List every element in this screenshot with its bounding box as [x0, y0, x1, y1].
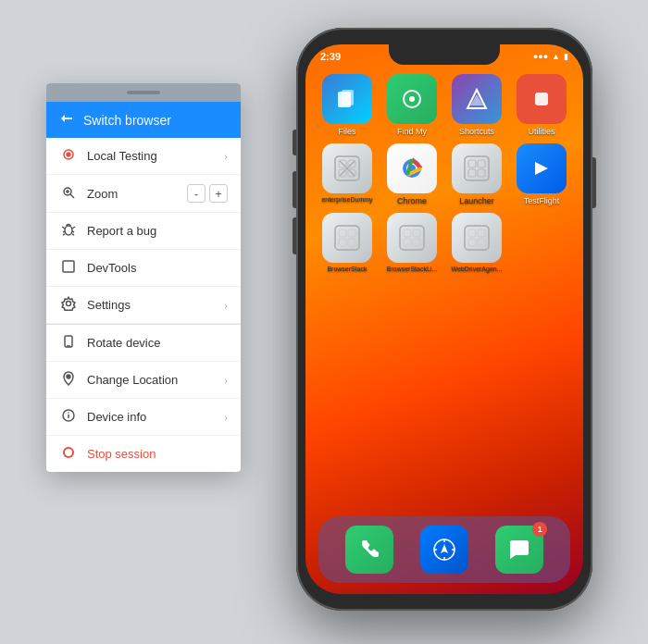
svg-rect-28	[404, 229, 411, 237]
device-info-item[interactable]: Device info ›	[46, 399, 241, 436]
svg-rect-26	[348, 239, 355, 246]
app-label-browserstack2: BrowserStackLi...	[387, 266, 437, 272]
svg-rect-31	[413, 239, 420, 246]
switch-browser-icon	[59, 111, 74, 129]
svg-line-50	[62, 227, 65, 229]
device-info-chevron: ›	[224, 412, 228, 423]
report-bug-item[interactable]: Report a bug	[46, 213, 241, 250]
zoom-minus-btn[interactable]: -	[187, 184, 206, 203]
dock-icon-messages[interactable]: 1	[495, 526, 543, 574]
zoom-controls: - +	[187, 184, 228, 203]
zoom-plus-btn[interactable]: +	[209, 184, 228, 203]
device-info-icon	[59, 408, 78, 426]
rotate-device-icon	[59, 334, 78, 352]
phone-notch	[389, 44, 500, 65]
app-icon-browserstack2[interactable]: BrowserStackLi...	[383, 213, 441, 275]
local-testing-chevron: ›	[224, 151, 228, 162]
devtools-item[interactable]: DevTools	[46, 250, 241, 287]
svg-line-55	[72, 234, 74, 235]
svg-rect-56	[63, 261, 74, 272]
svg-rect-20	[468, 169, 476, 177]
change-location-icon	[59, 371, 78, 389]
svg-rect-24	[348, 229, 355, 237]
zoom-label: Zoom	[87, 187, 178, 201]
change-location-label: Change Location	[87, 373, 215, 387]
local-testing-icon	[59, 147, 78, 165]
dock-icon-phone[interactable]	[345, 526, 393, 574]
local-testing-label: Local Testing	[87, 149, 215, 163]
svg-rect-22	[335, 226, 359, 250]
svg-point-65	[65, 449, 72, 456]
settings-item[interactable]: Settings ›	[46, 287, 241, 324]
svg-rect-27	[400, 226, 424, 250]
status-time: 2:39	[320, 51, 341, 62]
svg-line-51	[72, 227, 75, 229]
app-label-dummy: enterpriseDummy	[321, 196, 372, 203]
zoom-icon	[59, 185, 78, 203]
app-label-shortcuts: Shortcuts	[459, 127, 494, 136]
stop-session-icon	[59, 445, 78, 463]
settings-label: Settings	[87, 298, 215, 312]
app-icon-webdriver[interactable]: WebDriverAgen...	[448, 213, 505, 275]
svg-rect-34	[478, 229, 485, 237]
app-icon-files[interactable]: Files	[318, 74, 376, 136]
app-icon-findmy[interactable]: Find My	[383, 74, 441, 136]
app-icon-img-chrome	[387, 143, 437, 193]
menu-panel: Switch browser Local Testing › Zoom - + …	[46, 83, 241, 472]
svg-rect-17	[465, 156, 489, 180]
switch-browser-label: Switch browser	[83, 113, 171, 128]
app-icon-dummy[interactable]: enterpriseDummy	[318, 143, 376, 205]
app-label-findmy: Find My	[397, 127, 427, 136]
change-location-item[interactable]: Change Location ›	[46, 362, 241, 399]
app-label-files: Files	[338, 127, 355, 136]
app-icon-testflight[interactable]: TestFlight	[513, 143, 570, 205]
report-bug-label: Report a bug	[87, 224, 228, 238]
rotate-device-label: Rotate device	[87, 336, 228, 350]
app-grid: Files Find My Shortcuts	[318, 74, 570, 275]
app-icon-utilities[interactable]: Utilities	[513, 74, 570, 136]
dock: 1	[318, 516, 570, 583]
svg-rect-23	[339, 229, 346, 237]
svg-rect-29	[413, 229, 420, 237]
svg-point-63	[68, 412, 69, 414]
volume-up-button	[293, 171, 296, 208]
app-label-webdriver: WebDriverAgen...	[451, 266, 502, 272]
stop-session-item[interactable]: Stop session	[46, 436, 241, 472]
battery-icon: ▮	[564, 52, 568, 61]
svg-marker-42	[441, 544, 448, 553]
settings-chevron: ›	[224, 300, 228, 311]
zoom-item: Zoom - +	[46, 175, 241, 213]
app-icon-browserstack1[interactable]: BrowserStack	[318, 213, 376, 275]
app-icon-img-shortcuts	[452, 74, 502, 124]
silent-button	[293, 130, 296, 155]
app-label-testflight: TestFlight	[524, 196, 560, 205]
app-label-launcher: Launcher	[459, 196, 494, 205]
svg-rect-35	[468, 239, 476, 246]
dock-icon-safari[interactable]	[420, 526, 468, 574]
phone-screen: 2:39 ●●● ▲ ▮ Files	[305, 44, 583, 594]
phone-body: 2:39 ●●● ▲ ▮ Files	[296, 28, 592, 611]
devtools-label: DevTools	[87, 261, 228, 275]
wifi-icon: ▲	[552, 52, 560, 61]
app-icon-shortcuts[interactable]: Shortcuts	[448, 74, 505, 136]
svg-rect-21	[478, 169, 485, 177]
svg-line-52	[63, 231, 65, 232]
app-icon-img-dummy	[322, 143, 372, 193]
svg-rect-1	[342, 90, 354, 105]
svg-rect-36	[478, 239, 485, 246]
change-location-chevron: ›	[224, 375, 228, 386]
app-icon-chrome[interactable]: Chrome	[383, 143, 441, 205]
svg-rect-18	[468, 160, 476, 167]
power-button	[592, 157, 596, 208]
svg-point-60	[67, 375, 70, 378]
app-icon-img-findmy	[387, 74, 437, 124]
app-label-utilities: Utilities	[528, 127, 555, 136]
svg-rect-33	[468, 229, 476, 237]
app-icon-launcher[interactable]: Launcher	[448, 143, 505, 205]
switch-browser-item[interactable]: Switch browser	[46, 102, 241, 138]
menu-handle[interactable]	[46, 83, 241, 102]
svg-point-57	[67, 302, 71, 306]
rotate-device-item[interactable]: Rotate device	[46, 325, 241, 362]
app-icon-img-files	[322, 74, 372, 124]
local-testing-item[interactable]: Local Testing ›	[46, 138, 241, 175]
